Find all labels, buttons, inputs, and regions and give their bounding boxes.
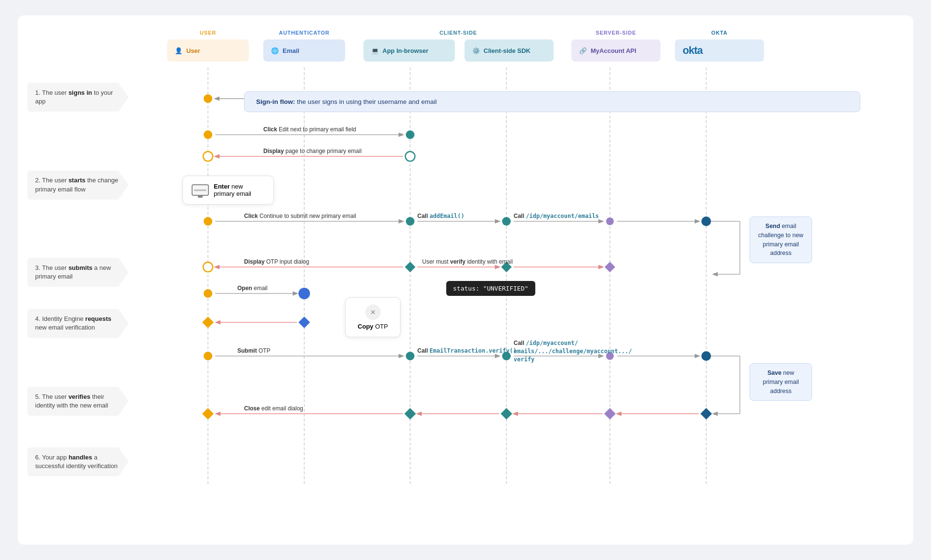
diamond-okta-row9 (700, 408, 712, 420)
step-3: 3. The user submits a new primary email (27, 258, 129, 287)
arrow-display-page: Display page to change primary email (263, 148, 362, 154)
diagram-wrapper: 1. The user signs in to your app 2. The … (18, 15, 913, 545)
step-2: 2. The user starts the change primary em… (27, 170, 129, 199)
dot-client-row2 (406, 130, 414, 139)
col-label-user: USER (200, 30, 216, 36)
arrow-open-email: Open email (237, 285, 268, 292)
diamond-user-row9 (202, 408, 214, 420)
arrow-click-continue: Click Continue to submit new primary ema… (244, 213, 356, 219)
sidebar: 1. The user signs in to your app 2. The … (27, 83, 129, 479)
col-card-user: 👤 User (167, 39, 249, 62)
dot-user-row1 (204, 94, 212, 103)
dot-user-row5 (203, 262, 213, 272)
col-label-okta: OKTA (711, 30, 728, 36)
dot-auth-row6 (298, 288, 310, 299)
dot-client-row3 (405, 152, 415, 161)
myaccount-icon: 🔗 (579, 47, 587, 54)
step-1: 1. The user signs in to your app (27, 83, 129, 112)
arrow-click-edit: Click Edit next to primary email field (263, 126, 356, 133)
dot-user-row8 (204, 352, 212, 360)
save-box: Save new primary email address (750, 363, 812, 401)
okta-logo: okta (683, 44, 702, 57)
dot-okta-row8 (701, 351, 711, 361)
dot-sdk-row4 (502, 217, 511, 226)
diamond-auth-row7 (298, 317, 310, 328)
arrow-submit-otp: Submit OTP (237, 347, 271, 354)
diamond-sdk-row9 (501, 408, 512, 420)
diamond-myaccount-row9 (604, 408, 616, 420)
arrow-call-idp: Call /idp/myaccount/emails (514, 213, 599, 219)
col-card-sdk: ⚙️ Client-side SDK (465, 39, 554, 62)
col-label-auth: AUTHENTICATOR (279, 30, 329, 36)
user-icon: 👤 (175, 47, 182, 54)
dot-user-row2 (204, 130, 212, 139)
copy-otp-box: ✕ Copy OTP (345, 297, 401, 337)
col-label-client: CLIENT-SIDE (440, 30, 477, 36)
browser-icon: 💻 (371, 47, 379, 54)
arrow-display-otp: Display OTP input dialog (244, 258, 309, 265)
enter-email-box: ════ Enter newprimary email (182, 176, 274, 204)
dot-user-row3 (203, 152, 213, 161)
diamond-myaccount-row5 (605, 262, 615, 272)
dot-myaccount-row4 (606, 217, 614, 225)
status-badge: status: "UNVERIFIED" (446, 281, 535, 296)
diagram-area: USER 👤 User AUTHENTICATOR 🌐 Email CLIENT… (148, 30, 899, 486)
dot-okta-row4 (701, 216, 711, 226)
arrow-call-addemail: Call addEmail() (417, 213, 465, 219)
step-6: 6. Your app handles a successful identit… (27, 447, 129, 476)
col-card-okta: okta (675, 39, 764, 62)
dot-user-row4 (204, 217, 212, 226)
arrow-user-verify: User must verify identity with email (422, 258, 513, 265)
email-icon: 🌐 (271, 47, 279, 54)
dot-user-row6 (204, 289, 212, 298)
col-card-client: 💻 App In-browser (363, 39, 455, 62)
step-5: 5. The user verifies their identity with… (27, 387, 129, 416)
col-card-auth: 🌐 Email (263, 39, 345, 62)
arrow-call-emailtrans: Call EmailTransaction.verify() (417, 347, 517, 354)
arrow-close-dialog: Close edit email dialog (244, 405, 303, 412)
diamond-user-row7 (202, 317, 214, 328)
copy-icon: ✕ (365, 305, 381, 320)
col-label-server: SERVER-SIDE (595, 30, 636, 36)
email-input-icon: ════ (192, 184, 209, 196)
dot-client-row4 (406, 217, 414, 226)
col-card-myaccount: 🔗 MyAccount API (571, 39, 660, 62)
arrow-call-idp-verify: Call /idp/myaccount/emails/.../challenge… (514, 339, 603, 363)
dot-client-row8 (406, 352, 414, 360)
diamond-client-row5 (405, 262, 415, 272)
sdk-icon: ⚙️ (472, 47, 480, 54)
diamond-client-row9 (404, 408, 416, 420)
send-email-box: Send email challenge to new primary emai… (750, 216, 812, 263)
diagram-svg (148, 67, 913, 486)
step-4: 4. Identity Engine requests new email ve… (27, 309, 129, 338)
signin-banner: Sign-in flow: the user signs in using th… (244, 91, 860, 112)
